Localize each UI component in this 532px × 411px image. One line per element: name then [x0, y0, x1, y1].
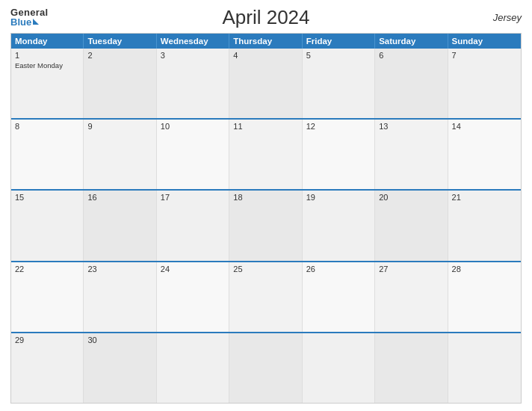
calendar-cell	[229, 333, 302, 403]
header-day-sunday: Sunday	[448, 34, 521, 49]
day-number: 9	[87, 122, 152, 131]
calendar-cell: 2	[84, 49, 156, 118]
day-number: 18	[233, 193, 297, 202]
day-number: 29	[15, 336, 79, 344]
calendar-cell: 7	[448, 49, 521, 118]
header-day-saturday: Saturday	[375, 34, 448, 49]
calendar-cell: 20	[375, 191, 448, 260]
day-number: 6	[379, 51, 443, 60]
header-day-tuesday: Tuesday	[84, 34, 156, 49]
header-day-monday: Monday	[11, 34, 84, 49]
day-number: 15	[15, 193, 79, 202]
calendar-title: April 2024	[222, 6, 309, 29]
calendar-cell	[375, 333, 448, 403]
calendar-cell: 19	[303, 191, 375, 260]
day-number: 2	[87, 51, 152, 60]
header-day-friday: Friday	[303, 34, 375, 49]
calendar-cell: 12	[303, 120, 375, 189]
logo-blue-text: Blue	[10, 17, 49, 27]
logo: General Blue	[10, 7, 49, 27]
calendar-cell: 21	[448, 191, 521, 260]
calendar-week-1: 1Easter Monday234567	[11, 49, 521, 118]
day-number: 24	[161, 265, 225, 274]
logo-triangle-icon	[33, 19, 39, 25]
day-number: 4	[233, 51, 297, 60]
calendar-cell: 29	[11, 333, 84, 403]
calendar-body: 1Easter Monday23456789101112131415161718…	[11, 49, 521, 403]
calendar-cell	[448, 333, 521, 403]
region-label: Jersey	[493, 12, 522, 23]
day-number: 8	[15, 122, 79, 131]
calendar-cell: 5	[303, 49, 375, 118]
day-number: 20	[379, 193, 443, 202]
day-number: 7	[452, 51, 517, 60]
day-number: 23	[87, 265, 152, 274]
calendar-cell: 18	[229, 191, 302, 260]
day-number: 11	[233, 122, 297, 131]
day-number: 16	[87, 193, 152, 202]
day-number: 3	[161, 51, 225, 60]
calendar-cell: 30	[84, 333, 156, 403]
calendar-cell: 15	[11, 191, 84, 260]
calendar-week-2: 891011121314	[11, 118, 521, 189]
calendar-cell: 3	[157, 49, 229, 118]
calendar: MondayTuesdayWednesdayThursdayFridaySatu…	[10, 33, 522, 404]
calendar-cell: 6	[375, 49, 448, 118]
calendar-cell	[303, 333, 375, 403]
day-number: 25	[233, 265, 297, 274]
day-number: 14	[452, 122, 517, 131]
calendar-cell: 4	[229, 49, 302, 118]
calendar-cell: 22	[11, 262, 84, 332]
calendar-cell: 16	[84, 191, 156, 260]
page: General Blue April 2024 Jersey MondayTue…	[0, 0, 532, 411]
day-number: 30	[87, 336, 152, 344]
day-number: 17	[161, 193, 225, 202]
day-number: 22	[15, 265, 79, 274]
calendar-week-3: 15161718192021	[11, 189, 521, 260]
calendar-cell: 11	[229, 120, 302, 189]
header-day-wednesday: Wednesday	[157, 34, 229, 49]
day-number: 12	[306, 122, 371, 131]
day-number: 10	[161, 122, 225, 131]
day-number: 13	[379, 122, 443, 131]
calendar-cell: 1Easter Monday	[11, 49, 84, 118]
calendar-cell: 27	[375, 262, 448, 332]
calendar-cell: 10	[157, 120, 229, 189]
calendar-cell: 24	[157, 262, 229, 332]
header-day-thursday: Thursday	[229, 34, 302, 49]
calendar-week-5: 2930	[11, 332, 521, 403]
calendar-cell: 14	[448, 120, 521, 189]
calendar-cell: 25	[229, 262, 302, 332]
day-number: 26	[306, 265, 371, 274]
calendar-cell: 26	[303, 262, 375, 332]
day-number: 19	[306, 193, 371, 202]
calendar-cell: 23	[84, 262, 156, 332]
day-number: 27	[379, 265, 443, 274]
day-number: 21	[452, 193, 517, 202]
calendar-cell: 8	[11, 120, 84, 189]
calendar-cell: 28	[448, 262, 521, 332]
day-number: 1	[15, 51, 79, 60]
event-label: Easter Monday	[15, 61, 79, 69]
calendar-cell	[157, 333, 229, 403]
day-number: 28	[452, 265, 517, 274]
calendar-cell: 17	[157, 191, 229, 260]
calendar-cell: 13	[375, 120, 448, 189]
calendar-week-4: 22232425262728	[11, 261, 521, 332]
day-number: 5	[306, 51, 371, 60]
calendar-header: MondayTuesdayWednesdayThursdayFridaySatu…	[11, 34, 521, 49]
calendar-cell: 9	[84, 120, 156, 189]
header: General Blue April 2024 Jersey	[10, 7, 522, 27]
